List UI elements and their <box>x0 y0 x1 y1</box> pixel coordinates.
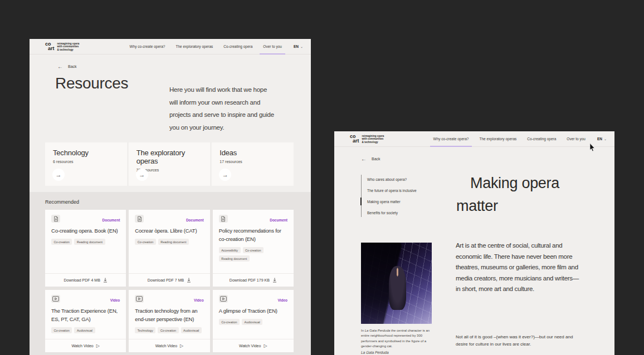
category-card-technology[interactable]: Technology 6 resources → <box>45 142 127 186</box>
watch-video-button[interactable]: Watch Video ▷ <box>213 339 294 352</box>
category-card-exploratory-operas[interactable]: The exploratory operas 33 resources → <box>129 142 211 186</box>
play-icon: ▷ <box>96 343 100 348</box>
tag: Co-creation <box>219 319 240 325</box>
resource-type-badge: Video <box>194 298 204 302</box>
sidebar-item-who-cares[interactable]: Who cares about opera? <box>361 174 435 185</box>
resource-type-badge: Document <box>186 218 204 222</box>
tag: Co-creation <box>51 239 72 245</box>
resource-card-document[interactable]: Document Policy recommendations for co-c… <box>213 210 294 287</box>
download-icon <box>187 278 191 283</box>
language-selector[interactable]: EN⌄ <box>597 137 607 141</box>
watch-video-button[interactable]: Watch Video ▷ <box>129 339 209 352</box>
tag: Accessibility <box>219 247 241 253</box>
resource-title: Traction technology from an end-user per… <box>135 307 203 323</box>
resource-card-video[interactable]: Video Traction technology from an end-us… <box>129 290 209 352</box>
resource-card-document[interactable]: Document Cocrear òpera. Llibre (CAT) Co-… <box>129 210 209 287</box>
page-intro: Here you will find work that we hope wil… <box>169 83 276 134</box>
tag: Reading document <box>219 255 250 262</box>
download-pdf-button[interactable]: Download PDF 7 MB <box>129 273 209 287</box>
central-character-art <box>389 266 407 310</box>
forward-arrow-button[interactable]: → <box>136 169 148 181</box>
resource-type-badge: Video <box>110 298 120 302</box>
category-card-ideas[interactable]: Ideas 17 resources → <box>212 142 294 186</box>
tag: Co-creation <box>243 247 264 253</box>
page-title: Resources <box>55 75 128 92</box>
chevron-down-icon: ⌄ <box>300 45 303 48</box>
nav-item-why-co-create[interactable]: Why co-create opera? <box>433 131 469 147</box>
resource-title: The Traction Experience (EN, ES, PT, CAT… <box>51 307 120 323</box>
resource-title: Cocrear òpera. Llibre (CAT) <box>135 226 203 235</box>
back-link[interactable]: ← Back <box>361 156 380 162</box>
section-sidebar: Who cares about opera? The future of ope… <box>361 174 435 218</box>
play-icon: ▷ <box>180 343 183 348</box>
article-paragraph: Art is at the centre of social, cultural… <box>456 240 583 295</box>
language-selector[interactable]: EN⌄ <box>294 45 303 48</box>
tag: Co-creation <box>135 239 155 245</box>
logo-tagline: reimagining operawith communities& techn… <box>57 42 80 51</box>
video-icon <box>135 295 144 303</box>
recommended-heading: Recommended <box>45 199 294 205</box>
video-icon <box>219 295 228 303</box>
category-title: The exploratory operas <box>136 149 203 165</box>
back-link[interactable]: ← Back <box>57 63 77 70</box>
site-header: coart reimagining operawith communities&… <box>334 131 614 147</box>
nav-item-over-to-you[interactable]: Over to you <box>263 39 282 55</box>
tag: Co-creation <box>51 327 72 333</box>
nav-item-exploratory-operas[interactable]: The exploratory operas <box>479 131 516 147</box>
download-pdf-button[interactable]: Download PDF 179 KB <box>213 273 294 287</box>
tag: Reading document <box>74 239 105 245</box>
nav-item-why-co-create[interactable]: Why co-create opera? <box>130 39 165 55</box>
category-title: Ideas <box>219 149 286 157</box>
back-arrow-icon: ← <box>57 63 63 70</box>
main-nav: Why co-create opera? The exploratory ope… <box>130 39 304 55</box>
coart-logo[interactable]: coart reimagining operawith communities&… <box>350 134 384 144</box>
sidebar-item-making-opera-matter[interactable]: Making opera matter <box>361 196 435 207</box>
forward-arrow-button[interactable]: → <box>219 169 231 181</box>
tag: Audiovisual <box>74 327 95 333</box>
resources-page-window: coart reimagining operawith communities&… <box>30 39 311 355</box>
nav-item-co-creating-opera[interactable]: Co-creating opera <box>527 131 556 147</box>
photo-caption: In La Gata Perduda the central character… <box>361 328 438 349</box>
tag: Co-creation <box>158 327 178 333</box>
nav-item-exploratory-operas[interactable]: The exploratory operas <box>175 39 213 55</box>
tag: Audiovisual <box>181 327 202 333</box>
category-title: Technology <box>53 149 119 157</box>
recommended-section: Recommended Document Co-creating opera. … <box>30 192 311 355</box>
main-nav: Why co-create opera? The exploratory ope… <box>433 131 607 147</box>
resource-type-badge: Document <box>103 218 120 222</box>
play-icon: ▷ <box>264 343 267 348</box>
watch-video-button[interactable]: Watch Video ▷ <box>45 339 126 352</box>
category-cards: Technology 6 resources → The exploratory… <box>45 142 294 186</box>
document-icon <box>219 215 228 223</box>
resource-card-document[interactable]: Document Co-creating opera. Book (EN) Co… <box>45 210 126 287</box>
logo-wordmark: coart <box>350 134 359 143</box>
coart-logo[interactable]: coart reimagining operawith communities&… <box>45 42 79 51</box>
category-count: 17 resources <box>219 160 286 164</box>
chevron-down-icon: ⌄ <box>604 137 607 141</box>
resource-title: Co-creating opera. Book (EN) <box>51 226 120 235</box>
photo-credit: La Gata Perduda <box>361 351 389 354</box>
tag: Technology <box>135 327 155 333</box>
resource-title: A glimpse of Traction (EN) <box>219 307 287 315</box>
document-icon <box>51 215 60 223</box>
logo-tagline: reimagining operawith communities& techn… <box>362 134 384 144</box>
opera-performance-photo <box>361 243 432 324</box>
resource-card-video[interactable]: Video The Traction Experience (EN, ES, P… <box>45 290 126 352</box>
sidebar-item-future-inclusive[interactable]: The future of opera is inclusive <box>361 185 435 196</box>
resource-type-badge: Document <box>270 218 287 222</box>
nav-item-over-to-you[interactable]: Over to you <box>567 131 586 147</box>
back-arrow-icon: ← <box>361 156 367 162</box>
document-cards-row: Document Co-creating opera. Book (EN) Co… <box>45 210 294 287</box>
site-header: coart reimagining operawith communities&… <box>30 39 311 55</box>
logo-wordmark: coart <box>45 42 55 51</box>
forward-arrow-button[interactable]: → <box>52 169 65 181</box>
nav-item-co-creating-opera[interactable]: Co-creating opera <box>223 39 252 55</box>
article-paragraph-small: Not all of it is good –(when was it ever… <box>456 333 585 348</box>
sidebar-item-benefits[interactable]: Benefits for society <box>361 207 435 218</box>
article-title: Making opera matter <box>456 172 601 218</box>
download-pdf-button[interactable]: Download PDF 4 MB <box>45 273 126 287</box>
category-count: 6 resources <box>53 160 119 164</box>
tag: Audiovisual <box>242 319 262 325</box>
document-icon <box>135 215 144 223</box>
resource-card-video[interactable]: Video A glimpse of Traction (EN) Co-crea… <box>213 290 294 352</box>
